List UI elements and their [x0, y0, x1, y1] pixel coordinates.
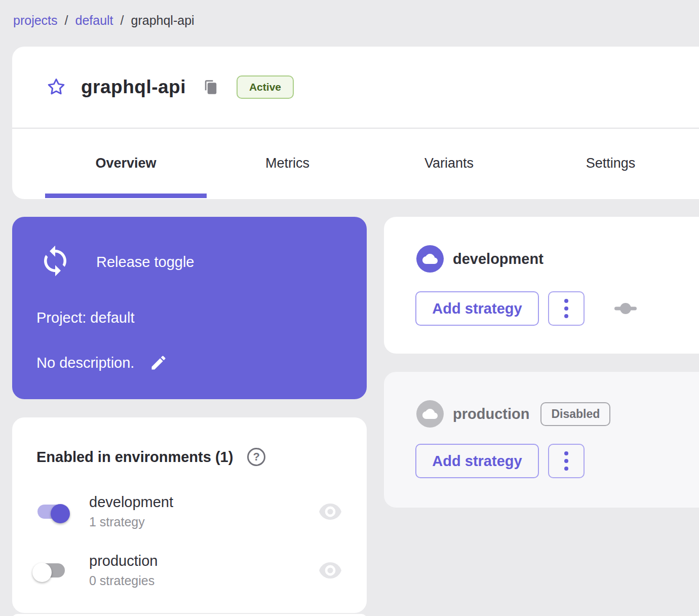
breadcrumb-current: graphql-api: [131, 13, 195, 28]
active-tab-indicator: [45, 194, 207, 198]
tab-overview[interactable]: Overview: [45, 129, 207, 198]
tab-variants[interactable]: Variants: [368, 129, 530, 198]
add-strategy-button[interactable]: Add strategy: [415, 444, 539, 478]
environment-card-production: production Disabled Add strategy: [384, 372, 699, 508]
environment-row-production: production 0 strategies: [35, 550, 342, 591]
favorite-star-icon[interactable]: [46, 76, 67, 98]
breadcrumb-link-projects[interactable]: projects: [13, 13, 58, 28]
release-toggle-icon: [38, 244, 72, 280]
environment-name: development: [453, 251, 543, 267]
feature-title: graphql-api: [81, 76, 186, 98]
breadcrumb-separator: /: [65, 13, 68, 28]
tab-overview-label: Overview: [95, 156, 156, 171]
project-label: Project: default: [36, 310, 134, 326]
environment-toggle-development[interactable]: [35, 504, 67, 520]
rollout-strategy-icon: [614, 302, 637, 315]
kebab-dot: [564, 306, 568, 311]
breadcrumb: projects / default / graphql-api: [13, 13, 195, 28]
help-icon[interactable]: ?: [247, 448, 265, 466]
environment-menu-button[interactable]: [548, 291, 585, 326]
kebab-dot: [564, 314, 568, 318]
environment-row-name: development: [89, 494, 173, 511]
next-card-edge: [12, 614, 367, 616]
tab-metrics-label: Metrics: [265, 156, 309, 171]
copy-name-icon[interactable]: [203, 79, 218, 95]
enabled-environments-card: Enabled in environments (1) ? developmen…: [12, 417, 367, 613]
breadcrumb-separator: /: [121, 13, 124, 28]
feature-header-card: graphql-api Active Overview Metrics Vari…: [12, 47, 699, 199]
environment-disabled-badge: Disabled: [540, 402, 610, 426]
cloud-icon: [416, 245, 444, 273]
cloud-icon: [416, 400, 444, 428]
toggle-type-label: Release toggle: [96, 254, 194, 271]
feature-tabs: Overview Metrics Variants Settings: [45, 129, 699, 198]
environment-row-strategies: 1 strategy: [89, 515, 173, 529]
visibility-eye-icon[interactable]: [318, 562, 342, 579]
kebab-dot: [564, 459, 568, 463]
enabled-environments-title: Enabled in environments (1): [36, 449, 233, 466]
description-text: No description.: [36, 355, 134, 371]
visibility-eye-icon[interactable]: [318, 503, 342, 520]
feature-overview-card: Release toggle Project: default No descr…: [12, 217, 367, 399]
toggle-thumb: [51, 504, 70, 523]
environment-card-development: development Add strategy: [384, 217, 699, 354]
kebab-dot: [564, 451, 568, 455]
environment-menu-button[interactable]: [548, 444, 585, 478]
tab-settings[interactable]: Settings: [530, 129, 691, 198]
status-badge: Active: [237, 75, 294, 99]
tab-metrics[interactable]: Metrics: [207, 129, 368, 198]
kebab-dot: [564, 467, 568, 471]
kebab-dot: [564, 299, 568, 303]
environment-row-strategies: 0 strategies: [89, 573, 158, 588]
environment-row-development: development 1 strategy: [35, 491, 342, 532]
edit-description-icon[interactable]: [149, 354, 168, 372]
environment-name: production: [453, 406, 529, 422]
environment-toggle-production[interactable]: [35, 562, 67, 579]
tab-settings-label: Settings: [586, 156, 636, 171]
toggle-thumb: [32, 563, 52, 582]
tab-variants-label: Variants: [424, 156, 474, 171]
breadcrumb-link-default[interactable]: default: [75, 13, 113, 28]
feature-header-row: graphql-api Active: [12, 47, 699, 129]
add-strategy-button[interactable]: Add strategy: [415, 291, 539, 326]
environment-row-name: production: [89, 553, 158, 569]
